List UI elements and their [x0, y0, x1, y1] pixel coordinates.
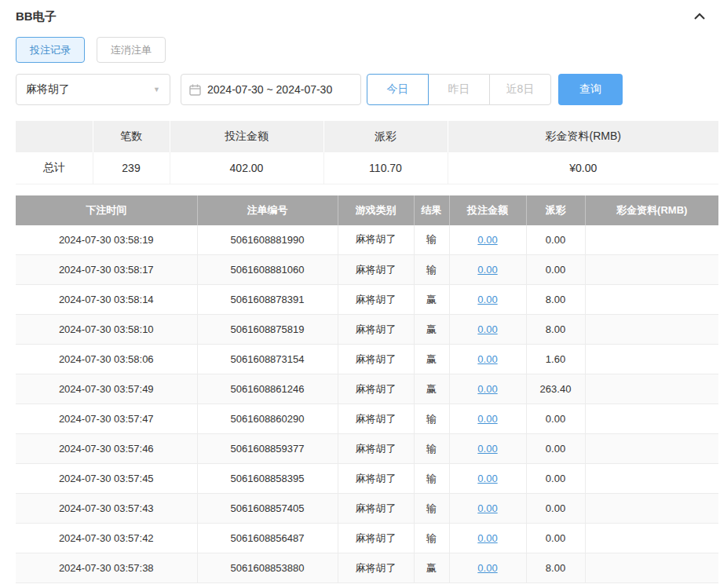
bet-amount-cell: 0.00	[449, 315, 526, 345]
summary-total-bonus: ¥0.00	[448, 152, 718, 184]
order-id-cell: 5061608875819	[197, 315, 338, 345]
bonus-cell	[585, 434, 718, 464]
bet-amount-cell: 0.00	[449, 404, 526, 434]
bet-amount-cell: 0.00	[449, 285, 526, 315]
result-cell: 输	[414, 404, 449, 434]
bet-time-cell: 2024-07-30 03:57:47	[16, 404, 197, 434]
order-id-cell: 5061608860290	[197, 404, 338, 434]
game-type-cell: 麻将胡了	[338, 345, 414, 374]
bet-amount-cell: 0.00	[449, 225, 526, 255]
table-row: 2024-07-30 03:57:43 5061608857405 麻将胡了 输…	[16, 494, 718, 524]
game-type-cell: 麻将胡了	[338, 464, 414, 494]
summary-total-row: 总计 239 402.00 110.70 ¥0.00	[16, 152, 718, 184]
game-type-cell: 麻将胡了	[338, 374, 414, 404]
bet-amount-link[interactable]: 0.00	[477, 443, 497, 455]
bonus-cell	[585, 374, 718, 404]
bet-table-body: 2024-07-30 03:58:19 5061608881990 麻将胡了 输…	[16, 225, 718, 583]
bonus-cell	[585, 524, 718, 553]
chevron-up-icon	[693, 11, 706, 23]
last-8-days-button[interactable]: 近8日	[489, 74, 551, 105]
bet-amount-cell: 0.00	[449, 524, 526, 553]
bet-time-cell: 2024-07-30 03:58:06	[16, 345, 197, 374]
summary-header-count: 笔数	[93, 121, 170, 152]
bet-amount-link[interactable]: 0.00	[477, 234, 497, 246]
bet-time-cell: 2024-07-30 03:57:45	[16, 464, 197, 494]
bet-time-cell: 2024-07-30 03:58:14	[16, 285, 197, 315]
bonus-cell	[585, 553, 718, 583]
bet-amount-link[interactable]: 0.00	[477, 323, 497, 335]
date-range-picker[interactable]: 2024-07-30 ~ 2024-07-30	[181, 74, 361, 105]
bet-amount-link[interactable]: 0.00	[477, 502, 497, 514]
result-cell: 赢	[414, 374, 449, 404]
bet-amount-cell: 0.00	[449, 255, 526, 285]
bet-amount-link[interactable]: 0.00	[477, 294, 497, 305]
bet-amount-cell: 0.00	[449, 553, 526, 583]
bonus-cell	[585, 404, 718, 434]
summary-header-payout: 派彩	[323, 121, 448, 152]
game-type-cell: 麻将胡了	[338, 494, 414, 524]
table-row: 2024-07-30 03:57:47 5061608860290 麻将胡了 输…	[16, 404, 718, 434]
yesterday-button[interactable]: 昨日	[428, 74, 490, 105]
result-cell: 输	[414, 255, 449, 285]
bet-amount-link[interactable]: 0.00	[477, 562, 497, 574]
bet-time-cell: 2024-07-30 03:58:10	[16, 315, 197, 345]
game-type-cell: 麻将胡了	[338, 285, 414, 315]
bet-amount-link[interactable]: 0.00	[477, 353, 497, 365]
summary-total-count: 239	[93, 152, 170, 184]
table-row: 2024-07-30 03:58:06 5061608873154 麻将胡了 赢…	[16, 345, 718, 374]
table-row: 2024-07-30 03:57:49 5061608861246 麻将胡了 赢…	[16, 374, 718, 404]
order-id-cell: 5061608881990	[197, 225, 338, 255]
table-row: 2024-07-30 03:58:10 5061608875819 麻将胡了 赢…	[16, 315, 718, 345]
tab-bet-records[interactable]: 投注记录	[16, 37, 85, 63]
game-type-cell: 麻将胡了	[338, 225, 414, 255]
calendar-icon	[189, 84, 201, 96]
table-row: 2024-07-30 03:58:17 5061608881060 麻将胡了 输…	[16, 255, 718, 285]
summary-header-blank	[16, 121, 93, 152]
summary-header-bonus: 彩金资料(RMB)	[448, 121, 718, 152]
quick-date-button-group: 今日 昨日 近8日	[367, 74, 551, 105]
bet-amount-cell: 0.00	[449, 374, 526, 404]
result-cell: 赢	[414, 285, 449, 315]
header-order-id: 注单编号	[197, 195, 338, 225]
order-id-cell: 5061608853880	[197, 553, 338, 583]
payout-cell: 0.00	[526, 494, 585, 524]
bet-amount-link[interactable]: 0.00	[477, 413, 497, 425]
header-bet-time: 下注时间	[16, 195, 197, 225]
result-cell: 输	[414, 524, 449, 553]
bet-amount-cell: 0.00	[449, 464, 526, 494]
result-cell: 赢	[414, 315, 449, 345]
bet-time-cell: 2024-07-30 03:58:17	[16, 255, 197, 285]
payout-cell: 263.40	[526, 374, 585, 404]
bonus-cell	[585, 225, 718, 255]
summary-header-bet-amount: 投注金额	[170, 121, 323, 152]
collapse-button[interactable]	[692, 9, 707, 24]
bet-amount-link[interactable]: 0.00	[477, 532, 497, 544]
summary-total-payout: 110.70	[323, 152, 448, 184]
bet-amount-link[interactable]: 0.00	[477, 383, 497, 395]
bet-amount-link[interactable]: 0.00	[477, 264, 497, 276]
bonus-cell	[585, 464, 718, 494]
bonus-cell	[585, 494, 718, 524]
table-row: 2024-07-30 03:57:46 5061608859377 麻将胡了 输…	[16, 434, 718, 464]
bet-time-cell: 2024-07-30 03:57:42	[16, 524, 197, 553]
order-id-cell: 5061608856487	[197, 524, 338, 553]
game-select-value: 麻将胡了	[26, 82, 70, 97]
today-button[interactable]: 今日	[367, 74, 429, 105]
order-id-cell: 5061608858395	[197, 464, 338, 494]
order-id-cell: 5061608859377	[197, 434, 338, 464]
search-button[interactable]: 查询	[558, 74, 623, 105]
bonus-cell	[585, 285, 718, 315]
header-game-type: 游戏类别	[338, 195, 414, 225]
result-cell: 输	[414, 464, 449, 494]
game-select[interactable]: 麻将胡了 ▼	[16, 74, 170, 105]
chevron-down-icon: ▼	[153, 86, 160, 93]
table-row: 2024-07-30 03:57:38 5061608853880 麻将胡了 赢…	[16, 553, 718, 583]
result-cell: 输	[414, 434, 449, 464]
tab-cancelled-orders[interactable]: 连消注单	[97, 37, 166, 63]
table-header-row: 下注时间 注单编号 游戏类别 结果 投注金额 派彩 彩金资料(RMB)	[16, 195, 718, 225]
summary-total-label: 总计	[16, 152, 93, 184]
bet-amount-link[interactable]: 0.00	[477, 473, 497, 484]
table-row: 2024-07-30 03:57:45 5061608858395 麻将胡了 输…	[16, 464, 718, 494]
page-title: BB电子	[16, 9, 57, 24]
order-id-cell: 5061608881060	[197, 255, 338, 285]
